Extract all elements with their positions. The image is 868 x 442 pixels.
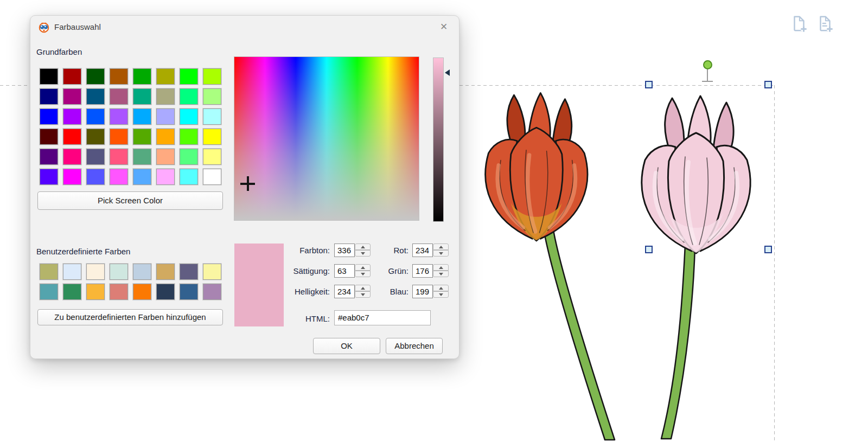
red-spin-up-icon[interactable]	[433, 244, 449, 250]
basic-color-swatch-36[interactable]	[133, 149, 151, 165]
blue-input[interactable]: 199	[412, 285, 433, 298]
custom-color-swatch-8[interactable]	[40, 284, 58, 300]
basic-color-swatch-21[interactable]	[156, 108, 175, 125]
green-spin-up-icon[interactable]	[433, 264, 449, 271]
add-page-icon[interactable]	[789, 15, 808, 33]
custom-color-swatch-0[interactable]	[40, 264, 58, 280]
basic-color-swatch-46[interactable]	[180, 169, 198, 185]
selection-handle-top-right[interactable]	[764, 81, 772, 88]
saturation-spin-up-icon[interactable]	[355, 264, 371, 271]
basic-color-swatch-47[interactable]	[203, 169, 221, 185]
value-input[interactable]: 234	[334, 285, 355, 298]
close-icon[interactable]: ✕	[436, 20, 451, 35]
basic-color-swatch-28[interactable]	[133, 129, 151, 145]
basic-color-swatch-9[interactable]	[63, 88, 81, 105]
blue-spin-down-icon[interactable]	[433, 291, 449, 298]
custom-color-swatch-4[interactable]	[133, 264, 151, 280]
basic-color-swatch-10[interactable]	[86, 88, 105, 105]
basic-color-swatch-29[interactable]	[156, 129, 175, 145]
basic-color-swatch-45[interactable]	[156, 169, 175, 185]
basic-color-swatch-13[interactable]	[156, 88, 175, 105]
gradient-cursor[interactable]	[240, 176, 255, 191]
basic-color-swatch-26[interactable]	[86, 129, 105, 145]
basic-color-swatch-40[interactable]	[40, 169, 58, 185]
basic-color-swatch-32[interactable]	[40, 149, 58, 165]
hue-spin-down-icon[interactable]	[355, 250, 371, 257]
basic-color-swatch-34[interactable]	[86, 149, 105, 165]
basic-color-swatch-1[interactable]	[63, 68, 81, 85]
rotate-handle[interactable]	[703, 60, 712, 69]
custom-color-swatch-3[interactable]	[110, 264, 128, 280]
basic-color-swatch-7[interactable]	[203, 68, 221, 85]
blue-spin-up-icon[interactable]	[433, 285, 449, 291]
basic-color-swatch-37[interactable]	[156, 149, 175, 165]
basic-color-swatch-20[interactable]	[133, 108, 151, 125]
basic-color-swatch-0[interactable]	[40, 68, 58, 85]
basic-color-swatch-6[interactable]	[180, 68, 198, 85]
saturation-input[interactable]: 63	[334, 264, 355, 278]
red-input[interactable]: 234	[412, 244, 433, 257]
basic-color-swatch-24[interactable]	[40, 129, 58, 145]
selection-handle-bottom-right[interactable]	[764, 246, 772, 253]
basic-color-swatch-43[interactable]	[110, 169, 128, 185]
cancel-button[interactable]: Abbrechen	[386, 338, 443, 354]
custom-color-swatch-13[interactable]	[156, 284, 175, 300]
basic-color-swatch-35[interactable]	[110, 149, 128, 165]
basic-color-swatch-19[interactable]	[110, 108, 128, 125]
value-slider[interactable]	[433, 57, 444, 222]
custom-color-swatch-15[interactable]	[203, 284, 221, 300]
basic-color-swatch-17[interactable]	[63, 108, 81, 125]
basic-color-swatch-16[interactable]	[40, 108, 58, 125]
ok-button[interactable]: OK	[313, 338, 380, 354]
basic-color-swatch-25[interactable]	[63, 129, 81, 145]
custom-color-swatch-2[interactable]	[86, 264, 105, 280]
saturation-spin-down-icon[interactable]	[355, 271, 371, 277]
basic-color-swatch-23[interactable]	[203, 108, 221, 125]
hue-saturation-picker[interactable]	[234, 56, 419, 221]
custom-color-swatch-9[interactable]	[63, 284, 81, 300]
basic-color-swatch-18[interactable]	[86, 108, 105, 125]
custom-color-swatch-6[interactable]	[180, 264, 198, 280]
basic-color-swatch-5[interactable]	[156, 68, 175, 85]
selection-handle-bottom-left[interactable]	[645, 246, 653, 253]
custom-color-swatch-11[interactable]	[110, 284, 128, 300]
value-spin-down-icon[interactable]	[355, 291, 371, 298]
basic-color-swatch-30[interactable]	[180, 129, 198, 145]
add-text-page-icon[interactable]	[815, 15, 834, 33]
basic-color-swatch-12[interactable]	[133, 88, 151, 105]
basic-color-swatch-8[interactable]	[40, 88, 58, 105]
value-slider-arrow[interactable]	[445, 69, 450, 76]
custom-color-swatch-1[interactable]	[63, 264, 81, 280]
custom-color-swatch-12[interactable]	[133, 284, 151, 300]
basic-color-swatch-11[interactable]	[110, 88, 128, 105]
basic-color-swatch-42[interactable]	[86, 169, 105, 185]
html-color-input[interactable]: #eab0c7	[334, 310, 431, 325]
basic-color-swatch-15[interactable]	[203, 88, 221, 105]
custom-color-swatch-10[interactable]	[86, 284, 105, 300]
custom-color-swatch-5[interactable]	[156, 264, 175, 280]
custom-color-swatch-7[interactable]	[203, 264, 221, 280]
green-spin-down-icon[interactable]	[433, 271, 449, 277]
basic-color-swatch-4[interactable]	[133, 68, 151, 85]
red-tulip-drawing[interactable]	[467, 86, 629, 442]
basic-color-swatch-2[interactable]	[86, 68, 105, 85]
pink-tulip-drawing[interactable]	[627, 88, 784, 442]
basic-color-swatch-3[interactable]	[110, 68, 128, 85]
basic-color-swatch-41[interactable]	[63, 169, 81, 185]
basic-color-swatch-22[interactable]	[180, 108, 198, 125]
selection-handle-top-left[interactable]	[645, 81, 653, 88]
dialog-titlebar[interactable]: Farbauswahl ✕	[30, 16, 459, 39]
hue-spin-up-icon[interactable]	[355, 244, 371, 250]
basic-color-swatch-31[interactable]	[203, 129, 221, 145]
add-to-custom-colors-button[interactable]: Zu benutzerdefinierten Farben hinzufügen	[37, 309, 223, 325]
pick-screen-color-button[interactable]: Pick Screen Color	[37, 191, 223, 210]
basic-color-swatch-33[interactable]	[63, 149, 81, 165]
custom-color-swatch-14[interactable]	[180, 284, 198, 300]
basic-color-swatch-38[interactable]	[180, 149, 198, 165]
green-input[interactable]: 176	[412, 264, 433, 278]
basic-color-swatch-14[interactable]	[180, 88, 198, 105]
basic-color-swatch-27[interactable]	[110, 129, 128, 145]
basic-color-swatch-39[interactable]	[203, 149, 221, 165]
red-spin-down-icon[interactable]	[433, 250, 449, 257]
value-spin-up-icon[interactable]	[355, 285, 371, 291]
